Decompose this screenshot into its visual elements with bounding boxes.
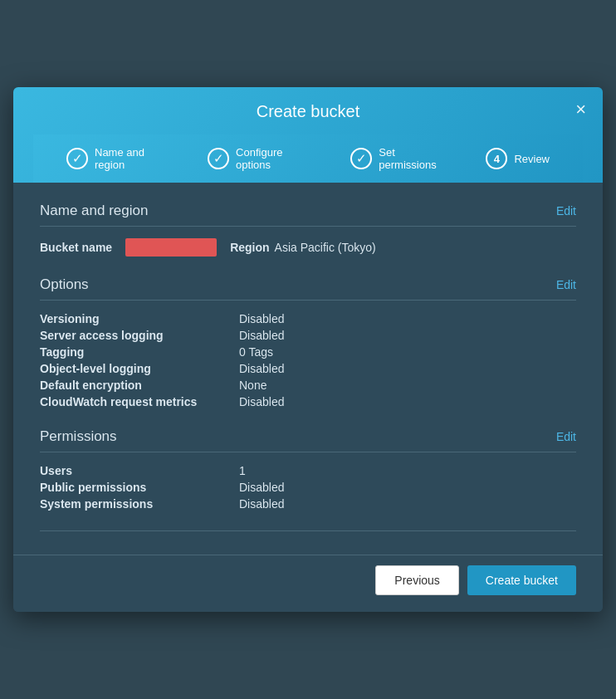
region-group: Region Asia Pacific (Tokyo) [230,241,376,254]
permissions-title: Permissions [40,428,117,445]
permissions-grid: Users 1 Public permissions Disabled Syst… [40,464,576,511]
options-grid: Versioning Disabled Server access loggin… [40,312,576,408]
modal-footer: Previous Create bucket [13,555,603,612]
option-value-cloudwatch: Disabled [239,395,284,408]
name-region-edit[interactable]: Edit [556,204,576,218]
region-value: Asia Pacific (Tokyo) [275,241,376,254]
step3-label: Set permissions [379,146,452,171]
modal-body: Name and region Edit Bucket name Region … [13,183,603,548]
option-value-versioning: Disabled [239,312,284,325]
name-region-section: Name and region Edit Bucket name Region … [40,203,576,257]
option-row-cloudwatch: CloudWatch request metrics Disabled [40,395,576,408]
step2-label: Configure options [236,146,317,171]
name-region-header: Name and region Edit [40,203,576,227]
permissions-section: Permissions Edit Users 1 Public permissi… [40,428,576,511]
options-title: Options [40,276,89,293]
option-value-tagging: 0 Tags [239,345,273,359]
modal-header: Create bucket × ✓ Name and region ✓ Conf… [13,87,603,183]
step2-icon: ✓ [208,148,229,169]
step4-icon: 4 [486,148,507,169]
step-set-permissions: ✓ Set permissions [334,134,469,183]
permission-row-users: Users 1 [40,464,576,477]
bucket-name-label: Bucket name [40,241,112,254]
close-button[interactable]: × [575,100,586,119]
modal-title: Create bucket [33,102,583,134]
option-value-server-access: Disabled [239,329,284,342]
permissions-header: Permissions Edit [40,428,576,452]
modal-dialog: Create bucket × ✓ Name and region ✓ Conf… [13,87,603,612]
option-label-encryption: Default encryption [40,379,239,392]
option-value-encryption: None [239,379,266,392]
option-row-versioning: Versioning Disabled [40,312,576,325]
option-label-tagging: Tagging [40,345,239,359]
option-row-server-access: Server access logging Disabled [40,329,576,342]
option-value-object-logging: Disabled [239,362,284,375]
steps-nav: ✓ Name and region ✓ Configure options ✓ … [33,134,583,183]
permission-row-public: Public permissions Disabled [40,481,576,494]
permission-value-users: 1 [239,464,246,477]
bucket-name-value [125,238,217,257]
option-label-cloudwatch: CloudWatch request metrics [40,395,239,408]
step3-icon: ✓ [350,148,372,169]
name-region-title: Name and region [40,203,148,219]
step-name-region: ✓ Name and region [50,134,191,183]
option-row-tagging: Tagging 0 Tags [40,345,576,359]
options-edit[interactable]: Edit [556,278,576,291]
modal-overlay: Create bucket × ✓ Name and region ✓ Conf… [0,0,616,699]
permission-value-public: Disabled [239,481,284,494]
permission-row-system: System permissions Disabled [40,497,576,511]
permission-label-public: Public permissions [40,481,239,494]
bucket-name-row: Bucket name Region Asia Pacific (Tokyo) [40,238,576,257]
step1-label: Name and region [95,146,174,171]
permission-label-system: System permissions [40,497,239,511]
step-configure-options: ✓ Configure options [191,134,334,183]
create-bucket-button[interactable]: Create bucket [467,565,576,595]
footer-divider [40,530,576,531]
previous-button[interactable]: Previous [375,565,458,595]
permission-label-users: Users [40,464,239,477]
step4-label: Review [514,153,550,165]
region-label: Region [230,241,269,254]
permissions-edit[interactable]: Edit [556,430,576,443]
option-row-encryption: Default encryption None [40,379,576,392]
options-section: Options Edit Versioning Disabled Server … [40,276,576,408]
option-label-object-logging: Object-level logging [40,362,239,375]
step1-icon: ✓ [66,148,88,169]
permission-value-system: Disabled [239,497,284,511]
option-label-server-access: Server access logging [40,329,239,342]
option-row-object-logging: Object-level logging Disabled [40,362,576,375]
option-label-versioning: Versioning [40,312,239,325]
step-review: 4 Review [469,134,566,183]
options-header: Options Edit [40,276,576,301]
